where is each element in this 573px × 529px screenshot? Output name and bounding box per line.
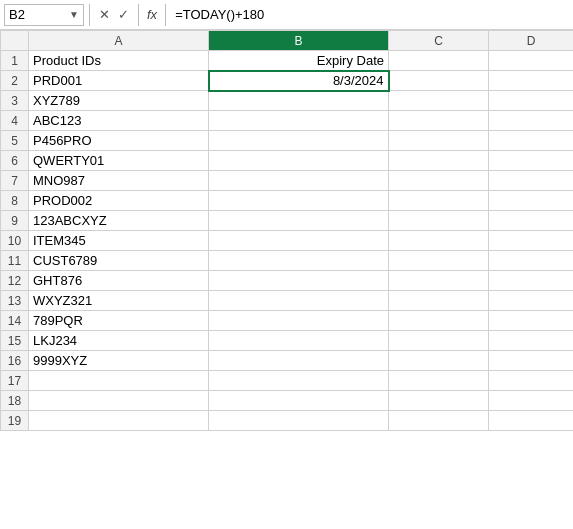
cell-a17[interactable] [29, 371, 209, 391]
cell-b4[interactable] [209, 111, 389, 131]
cell-a19[interactable] [29, 411, 209, 431]
cell-d3[interactable] [489, 91, 574, 111]
cell-b8[interactable] [209, 191, 389, 211]
cell-a6[interactable]: QWERTY01 [29, 151, 209, 171]
cancel-icon[interactable]: ✕ [97, 7, 112, 22]
cell-c6[interactable] [389, 151, 489, 171]
cell-b5[interactable] [209, 131, 389, 151]
row-header-15[interactable]: 15 [1, 331, 29, 351]
cell-a11[interactable]: CUST6789 [29, 251, 209, 271]
col-header-d[interactable]: D [489, 31, 574, 51]
cell-b14[interactable] [209, 311, 389, 331]
cell-d15[interactable] [489, 331, 574, 351]
cell-b15[interactable] [209, 331, 389, 351]
row-header-10[interactable]: 10 [1, 231, 29, 251]
row-header-19[interactable]: 19 [1, 411, 29, 431]
cell-a1[interactable]: Product IDs [29, 51, 209, 71]
cell-c16[interactable] [389, 351, 489, 371]
name-box[interactable]: B2 ▼ [4, 4, 84, 26]
cell-b12[interactable] [209, 271, 389, 291]
cell-b2[interactable]: 8/3/2024 [209, 71, 389, 91]
cell-d19[interactable] [489, 411, 574, 431]
cell-c7[interactable] [389, 171, 489, 191]
cell-b3[interactable] [209, 91, 389, 111]
row-header-16[interactable]: 16 [1, 351, 29, 371]
cell-a15[interactable]: LKJ234 [29, 331, 209, 351]
cell-c2[interactable] [389, 71, 489, 91]
cell-a12[interactable]: GHT876 [29, 271, 209, 291]
cell-b7[interactable] [209, 171, 389, 191]
row-header-12[interactable]: 12 [1, 271, 29, 291]
cell-a9[interactable]: 123ABCXYZ [29, 211, 209, 231]
cell-a2[interactable]: PRD001 [29, 71, 209, 91]
name-box-arrow-icon[interactable]: ▼ [69, 9, 79, 20]
cell-a7[interactable]: MNO987 [29, 171, 209, 191]
cell-c9[interactable] [389, 211, 489, 231]
cell-c8[interactable] [389, 191, 489, 211]
cell-a8[interactable]: PROD002 [29, 191, 209, 211]
cell-a10[interactable]: ITEM345 [29, 231, 209, 251]
confirm-icon[interactable]: ✓ [116, 7, 131, 22]
col-header-a[interactable]: A [29, 31, 209, 51]
cell-d12[interactable] [489, 271, 574, 291]
cell-c13[interactable] [389, 291, 489, 311]
cell-d8[interactable] [489, 191, 574, 211]
row-header-14[interactable]: 14 [1, 311, 29, 331]
cell-d9[interactable] [489, 211, 574, 231]
row-header-13[interactable]: 13 [1, 291, 29, 311]
cell-d7[interactable] [489, 171, 574, 191]
row-header-11[interactable]: 11 [1, 251, 29, 271]
cell-b10[interactable] [209, 231, 389, 251]
row-header-3[interactable]: 3 [1, 91, 29, 111]
cell-b18[interactable] [209, 391, 389, 411]
cell-c11[interactable] [389, 251, 489, 271]
cell-c10[interactable] [389, 231, 489, 251]
cell-c14[interactable] [389, 311, 489, 331]
cell-d2[interactable] [489, 71, 574, 91]
row-header-6[interactable]: 6 [1, 151, 29, 171]
cell-d4[interactable] [489, 111, 574, 131]
cell-b16[interactable] [209, 351, 389, 371]
cell-c1[interactable] [389, 51, 489, 71]
cell-a4[interactable]: ABC123 [29, 111, 209, 131]
cell-a13[interactable]: WXYZ321 [29, 291, 209, 311]
cell-a16[interactable]: 9999XYZ [29, 351, 209, 371]
cell-d16[interactable] [489, 351, 574, 371]
cell-d6[interactable] [489, 151, 574, 171]
row-header-17[interactable]: 17 [1, 371, 29, 391]
cell-a5[interactable]: P456PRO [29, 131, 209, 151]
cell-d17[interactable] [489, 371, 574, 391]
cell-c18[interactable] [389, 391, 489, 411]
row-header-4[interactable]: 4 [1, 111, 29, 131]
cell-d18[interactable] [489, 391, 574, 411]
formula-input[interactable] [171, 4, 569, 26]
cell-a14[interactable]: 789PQR [29, 311, 209, 331]
cell-a3[interactable]: XYZ789 [29, 91, 209, 111]
row-header-9[interactable]: 9 [1, 211, 29, 231]
fx-icon[interactable]: fx [147, 7, 157, 22]
cell-c12[interactable] [389, 271, 489, 291]
cell-b6[interactable] [209, 151, 389, 171]
row-header-7[interactable]: 7 [1, 171, 29, 191]
cell-b17[interactable] [209, 371, 389, 391]
row-header-5[interactable]: 5 [1, 131, 29, 151]
cell-b9[interactable] [209, 211, 389, 231]
cell-b1[interactable]: Expiry Date [209, 51, 389, 71]
cell-d10[interactable] [489, 231, 574, 251]
col-header-b[interactable]: B [209, 31, 389, 51]
cell-d13[interactable] [489, 291, 574, 311]
cell-b19[interactable] [209, 411, 389, 431]
cell-b11[interactable] [209, 251, 389, 271]
cell-a18[interactable] [29, 391, 209, 411]
cell-c4[interactable] [389, 111, 489, 131]
row-header-18[interactable]: 18 [1, 391, 29, 411]
row-header-2[interactable]: 2 [1, 71, 29, 91]
cell-c15[interactable] [389, 331, 489, 351]
cell-c19[interactable] [389, 411, 489, 431]
cell-c3[interactable] [389, 91, 489, 111]
cell-d5[interactable] [489, 131, 574, 151]
cell-c17[interactable] [389, 371, 489, 391]
cell-b13[interactable] [209, 291, 389, 311]
cell-d1[interactable] [489, 51, 574, 71]
row-header-1[interactable]: 1 [1, 51, 29, 71]
